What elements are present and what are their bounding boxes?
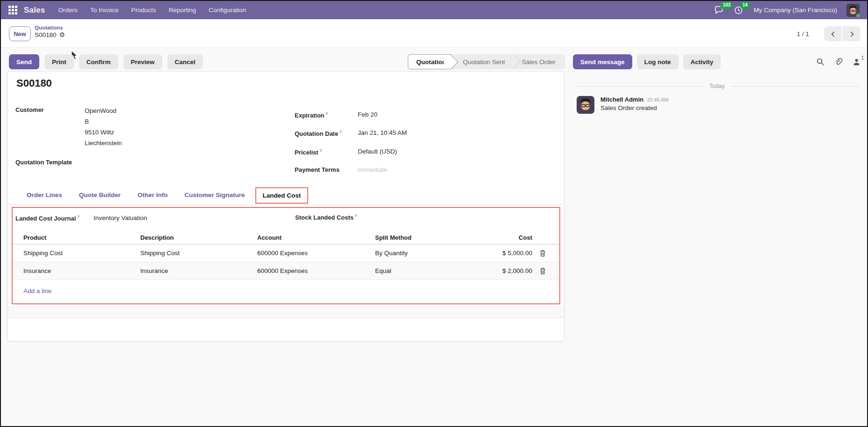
- status-step-quotation-sent[interactable]: Quotation Sent: [451, 54, 514, 69]
- delete-row-icon[interactable]: [539, 267, 546, 275]
- quotation-date-value[interactable]: Jan 21, 10:45 AM: [358, 129, 407, 137]
- status-bar: Quotation Quotation Sent Sales Order: [408, 54, 565, 69]
- cell-cost[interactable]: $ 5,000.00: [478, 250, 532, 257]
- tab-order-lines[interactable]: Order Lines: [20, 188, 69, 202]
- help-icon[interactable]: ?: [326, 111, 328, 116]
- payment-terms-label: Payment Terms: [295, 166, 358, 173]
- message-time: 10:46 AM: [647, 97, 668, 103]
- user-avatar[interactable]: [846, 4, 860, 17]
- menu-configuration[interactable]: Configuration: [209, 7, 246, 14]
- help-icon[interactable]: ?: [354, 213, 357, 218]
- table-row[interactable]: Insurance Insurance 600000 Expenses Equa…: [13, 262, 559, 280]
- send-button[interactable]: Send: [9, 54, 39, 69]
- customer-address-line1: B: [85, 116, 122, 127]
- header-product[interactable]: Product: [23, 234, 140, 241]
- landed-cost-journal-value[interactable]: Inventory Valuation: [94, 214, 147, 221]
- menu-to-invoice[interactable]: To Invoice: [90, 7, 119, 14]
- header-account[interactable]: Account: [257, 234, 375, 241]
- log-note-button[interactable]: Log note: [637, 54, 679, 69]
- message-text: Sales Order created: [600, 104, 668, 111]
- pager-counter: 1 / 1: [797, 30, 809, 37]
- tab-quote-builder[interactable]: Quote Builder: [72, 188, 127, 202]
- tab-customer-signature[interactable]: Customer Signature: [178, 188, 252, 202]
- quotation-template-label: Quotation Template: [15, 159, 72, 166]
- date-divider-label: Today: [709, 83, 724, 89]
- notebook-tabs: Order Lines Quote Builder Other Info Cus…: [8, 185, 564, 205]
- pricelist-value[interactable]: Default (USD): [358, 148, 397, 156]
- pager-next-button[interactable]: [843, 26, 861, 41]
- table-header-row: Product Description Account Split Method…: [13, 231, 559, 244]
- top-navbar: Sales Orders To Invoice Products Reporti…: [1, 1, 867, 19]
- header-split-method[interactable]: Split Method: [375, 234, 478, 241]
- messages-badge: 103: [720, 2, 733, 9]
- gear-icon[interactable]: ⚙: [59, 31, 65, 39]
- breadcrumb: Quotations S00180 ⚙: [35, 24, 65, 39]
- header-description[interactable]: Description: [140, 234, 257, 241]
- new-button[interactable]: New: [9, 26, 31, 41]
- payment-terms-value[interactable]: Immediate: [358, 166, 387, 173]
- help-icon[interactable]: ?: [77, 214, 80, 219]
- help-icon[interactable]: ?: [319, 148, 322, 153]
- cell-description[interactable]: Insurance: [140, 267, 257, 274]
- online-status-dot: [856, 13, 861, 18]
- company-switcher[interactable]: My Company (San Francisco): [753, 7, 837, 14]
- activities-icon[interactable]: 14: [734, 5, 744, 15]
- preview-button[interactable]: Preview: [123, 54, 162, 69]
- apps-grid-icon[interactable]: [8, 6, 17, 15]
- cell-split-method[interactable]: Equal: [375, 267, 478, 274]
- pager-buttons: [824, 26, 861, 41]
- main-menu: Orders To Invoice Products Reporting Con…: [58, 7, 246, 14]
- cell-description[interactable]: Shipping Cost: [140, 250, 257, 257]
- add-a-line-link[interactable]: Add a line: [23, 287, 51, 294]
- search-messages-icon[interactable]: [816, 58, 825, 66]
- menu-products[interactable]: Products: [131, 7, 156, 14]
- tab-landed-cost[interactable]: Landed Cost: [255, 187, 309, 204]
- cell-account[interactable]: 600000 Expenses: [257, 267, 375, 274]
- activity-button[interactable]: Activity: [683, 54, 721, 69]
- pager-previous-button[interactable]: [824, 26, 842, 41]
- followers-count: 1: [861, 55, 864, 60]
- app-name[interactable]: Sales: [24, 6, 45, 15]
- print-button[interactable]: Print: [44, 54, 74, 69]
- breadcrumb-quotations[interactable]: Quotations: [35, 24, 65, 31]
- status-step-quotation[interactable]: Quotation: [408, 54, 451, 69]
- record-title: S00180: [16, 77, 52, 89]
- expiration-value[interactable]: Feb 20: [358, 111, 377, 119]
- message-author[interactable]: Mitchell Admin: [600, 96, 644, 103]
- odoo-window: Sales Orders To Invoice Products Reporti…: [0, 0, 868, 427]
- message-author-avatar[interactable]: [577, 96, 594, 114]
- menu-orders[interactable]: Orders: [58, 7, 77, 14]
- send-message-button[interactable]: Send message: [573, 54, 632, 69]
- expiration-label: Expiration?: [295, 111, 358, 119]
- tab-other-info[interactable]: Other Info: [131, 188, 174, 202]
- confirm-button[interactable]: Confirm: [79, 54, 118, 69]
- control-panel: New Quotations S00180 ⚙ 1 / 1: [1, 19, 867, 48]
- followers-icon[interactable]: 1: [853, 58, 861, 66]
- chevron-left-icon: [831, 31, 836, 37]
- header-cost[interactable]: Cost: [478, 234, 532, 241]
- cell-product[interactable]: Shipping Cost: [23, 250, 140, 257]
- table-row[interactable]: Shipping Cost Shipping Cost 600000 Expen…: [13, 244, 559, 262]
- messages-icon[interactable]: 103: [714, 5, 724, 15]
- cell-cost[interactable]: $ 2,000.00: [478, 267, 532, 274]
- help-icon[interactable]: ?: [339, 129, 342, 134]
- status-step-sales-order[interactable]: Sales Order: [513, 54, 565, 69]
- chatter-message: Mitchell Admin 10:46 AM Sales Order crea…: [577, 96, 668, 114]
- landed-costs-table: Product Description Account Split Method…: [13, 231, 559, 280]
- menu-reporting[interactable]: Reporting: [169, 7, 196, 14]
- date-divider: Today: [574, 83, 860, 89]
- customer-address-line3: Liechtenstein: [85, 138, 122, 148]
- customer-field[interactable]: OpenWood B 9510 Wiltz Liechtenstein: [85, 105, 122, 148]
- breadcrumb-current: S00180: [35, 31, 57, 39]
- systray: 103 14 My Company (San Francisco): [714, 4, 860, 17]
- form-sheet: S00180 Customer OpenWood B 9510 Wiltz Li…: [7, 71, 564, 341]
- customer-name[interactable]: OpenWood: [85, 105, 122, 116]
- attachment-icon[interactable]: [834, 58, 843, 66]
- delete-row-icon[interactable]: [539, 250, 546, 257]
- stock-landed-costs-label: Stock Landed Costs?: [295, 213, 357, 221]
- cell-product[interactable]: Insurance: [23, 267, 140, 274]
- cell-split-method[interactable]: By Quantity: [375, 250, 478, 257]
- landed-cost-highlight-box: Landed Cost Journal? Inventory Valuation…: [12, 207, 560, 304]
- cancel-button[interactable]: Cancel: [167, 54, 203, 69]
- cell-account[interactable]: 600000 Expenses: [257, 250, 375, 257]
